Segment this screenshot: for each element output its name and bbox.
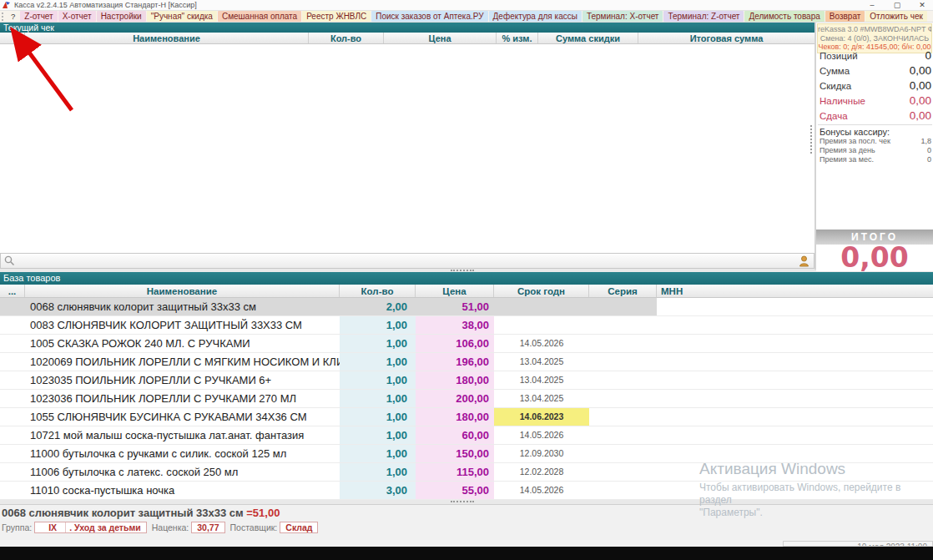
cell-seria xyxy=(589,316,657,334)
cell-price: 115,00 xyxy=(416,463,494,481)
menu-item[interactable]: Поиск заказов от Аптека.РУ xyxy=(371,11,487,22)
bonus-label: Премия за посл. чек xyxy=(820,137,890,146)
table-row[interactable]: 0068 слюнявчик колорит защитный 33х33 см… xyxy=(0,298,933,316)
menu-item[interactable]: Смешанная оплата xyxy=(218,11,301,22)
supplier-value[interactable]: Склад xyxy=(280,522,318,533)
window-title: Касса v2.2.4.15 Автоматизация Стандарт-Н… xyxy=(14,1,197,9)
cell-price: 150,00 xyxy=(416,445,494,462)
table-row[interactable]: 10721 мой малыш соска-пустышка лат.анат.… xyxy=(0,426,933,445)
check-table-body[interactable] xyxy=(0,44,814,253)
catalog-column-header[interactable]: Срок годн xyxy=(494,285,589,297)
stat-value: 0,00 xyxy=(910,94,931,107)
check-column-header[interactable]: % изм. xyxy=(497,33,538,43)
cell-marker xyxy=(0,371,25,389)
customer-icon[interactable] xyxy=(794,255,814,267)
check-column-header[interactable]: Итоговая сумма xyxy=(638,33,814,43)
catalog-column-header[interactable]: Серия xyxy=(589,285,657,297)
menu-item[interactable]: Реестр ЖНВЛС xyxy=(302,11,371,22)
check-column-header[interactable]: Наименование xyxy=(25,33,309,43)
check-column-header[interactable]: Цена xyxy=(384,33,497,43)
cell-mnn xyxy=(657,353,933,371)
table-row[interactable]: 1023035 ПОИЛЬНИК ЛОРЕЛЛИ С РУЧКАМИ 6+1,0… xyxy=(0,371,933,390)
cell-price: 106,00 xyxy=(416,335,494,352)
table-row[interactable]: 1023036 ПОИЛЬНИК ЛОРЕЛЛИ С РУЧКАМИ 270 М… xyxy=(0,390,933,408)
markup-value[interactable]: 30,77 xyxy=(191,522,224,533)
cell-mnn xyxy=(657,335,933,352)
table-row[interactable]: 1055 СЛЮНЯВЧИК БУСИНКА С РУКАВАМИ 34Х36 … xyxy=(0,408,933,426)
cell-mnn xyxy=(657,426,933,444)
catalog-column-header[interactable]: Кол-во xyxy=(340,285,416,297)
cell-qty: 2,00 xyxy=(340,298,416,315)
table-row[interactable]: 11010 соска-пустышка ночка3,0055,0014.05… xyxy=(0,482,933,500)
cell-name: 1020069 ПОИЛЬНИК ЛОРЕЛЛИ С МЯГКИМ НОСИКО… xyxy=(25,353,340,371)
maximize-button[interactable]: ▢ xyxy=(888,0,906,11)
menu-item[interactable]: Возврат xyxy=(825,11,865,22)
clipped-date-popup: 10 мая 2023 11:00 xyxy=(783,541,933,547)
cell-qty: 1,00 xyxy=(340,371,416,389)
bonus-row: Премия за мес.0 xyxy=(818,155,932,164)
table-row[interactable]: 0083 СЛЮНЯВЧИК КОЛОРИТ ЗАЩИТНЫЙ 33Х33 СМ… xyxy=(0,316,933,335)
menu-item[interactable]: "Ручная" скидка xyxy=(147,11,217,22)
cell-expiry: 13.04.2025 xyxy=(494,353,589,371)
cell-marker xyxy=(0,426,25,444)
table-row[interactable]: 11006 бутылочка с латекс. соской 250 мл1… xyxy=(0,463,933,482)
menu-item[interactable]: Z-отчет xyxy=(20,11,57,22)
cell-seria xyxy=(589,335,657,352)
catalog-column-header[interactable]: ... xyxy=(0,285,25,297)
cell-mnn xyxy=(657,371,933,389)
check-column-header[interactable]: Сумма скидки xyxy=(538,33,638,43)
markup-label: Наценка: xyxy=(152,522,189,532)
cell-marker xyxy=(0,445,25,462)
table-row[interactable]: 11000 бутылочка с ручками с силик. соско… xyxy=(0,445,933,463)
table-row[interactable]: 1020069 ПОИЛЬНИК ЛОРЕЛЛИ С МЯГКИМ НОСИКО… xyxy=(0,353,933,371)
menu-item[interactable]: Отложить чек xyxy=(865,11,927,22)
cell-expiry: 14.06.2023 xyxy=(494,408,589,426)
close-button[interactable]: ✕ xyxy=(913,0,931,11)
stat-row: Позиций0 xyxy=(818,49,932,64)
table-row[interactable]: 1005 СКАЗКА РОЖОК 240 МЛ. С РУЧКАМИ1,001… xyxy=(0,335,933,353)
search-bar xyxy=(0,253,814,269)
menu-item[interactable]: Делимость товара xyxy=(744,11,824,22)
cell-name: 0083 СЛЮНЯВЧИК КОЛОРИТ ЗАЩИТНЫЙ 33Х33 СМ xyxy=(25,316,340,334)
cell-qty: 1,00 xyxy=(340,316,416,334)
cell-expiry: 12.02.2028 xyxy=(494,463,589,481)
cell-name: 11010 соска-пустышка ночка xyxy=(25,482,340,499)
search-input[interactable] xyxy=(18,254,794,268)
stat-label: Сумма xyxy=(820,66,850,76)
menu-item[interactable]: Терминал: X-отчет xyxy=(582,11,663,22)
cell-qty: 1,00 xyxy=(340,408,416,426)
cell-mnn xyxy=(657,390,933,407)
minimize-button[interactable]: – xyxy=(863,0,881,11)
cell-seria xyxy=(589,371,657,389)
group-value[interactable]: IX . Уход за детьми xyxy=(34,522,147,533)
cell-name: 1005 СКАЗКА РОЖОК 240 МЛ. С РУЧКАМИ xyxy=(25,335,340,352)
bonus-title: Бонусы кассиру: xyxy=(818,124,932,137)
taskbar[interactable] xyxy=(0,547,933,560)
catalog-column-header[interactable]: Наименование xyxy=(25,285,340,297)
title-bar: Касса v2.2.4.15 Автоматизация Стандарт-Н… xyxy=(0,0,933,11)
cell-seria xyxy=(589,445,657,462)
cell-seria xyxy=(589,463,657,481)
help-button[interactable]: ? xyxy=(6,12,20,21)
stat-label: Позиций xyxy=(820,51,858,61)
stat-value: 0 xyxy=(925,49,931,62)
current-check-panel-title: Текущий чек xyxy=(0,23,814,33)
menu-item[interactable]: Терминал: Z-отчет xyxy=(663,11,744,22)
check-column-header[interactable] xyxy=(0,33,25,43)
check-table-header: НаименованиеКол-воЦена% изм.Сумма скидки… xyxy=(0,33,814,44)
cell-name: 1023035 ПОИЛЬНИК ЛОРЕЛЛИ С РУЧКАМИ 6+ xyxy=(25,371,340,389)
catalog-column-header[interactable]: Цена xyxy=(416,285,494,297)
check-column-header[interactable]: Кол-во xyxy=(309,33,384,43)
cell-name: 11000 бутылочка с ручками с силик. соско… xyxy=(25,445,340,462)
catalog-column-header[interactable]: МНН xyxy=(657,285,933,297)
menu-item[interactable]: Дефектура для кассы xyxy=(489,11,582,22)
cell-price: 180,00 xyxy=(416,408,494,426)
cell-name: 0068 слюнявчик колорит защитный 33х33 см xyxy=(25,298,340,315)
menu-item[interactable]: Настройки xyxy=(97,11,146,22)
menu-item[interactable]: X-отчет xyxy=(58,11,96,22)
vertical-splitter-grip[interactable] xyxy=(810,125,812,154)
kassa-name: reKassa 3.0 #MWB8WDA6-NPT ФИСК xyxy=(818,25,931,34)
stat-value: 0,00 xyxy=(910,79,931,92)
selected-product-price: =51,00 xyxy=(246,507,280,519)
search-icon xyxy=(1,255,18,266)
